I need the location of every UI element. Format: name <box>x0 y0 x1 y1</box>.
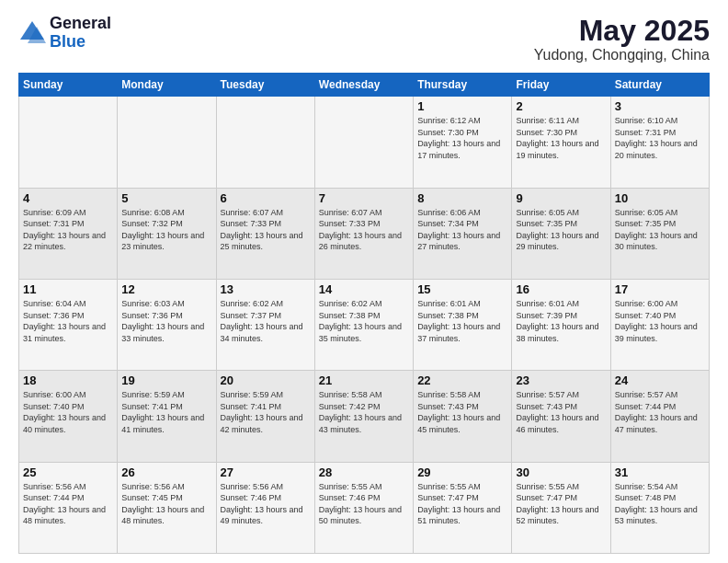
day-info: Sunrise: 5:55 AM Sunset: 7:47 PM Dayligh… <box>516 481 606 527</box>
calendar-cell: 20Sunrise: 5:59 AM Sunset: 7:41 PM Dayli… <box>216 371 314 462</box>
calendar-cell: 21Sunrise: 5:58 AM Sunset: 7:42 PM Dayli… <box>314 371 413 462</box>
day-info: Sunrise: 6:02 AM Sunset: 7:37 PM Dayligh… <box>221 298 311 344</box>
calendar-cell: 30Sunrise: 5:55 AM Sunset: 7:47 PM Dayli… <box>512 462 610 553</box>
calendar-cell: 13Sunrise: 6:02 AM Sunset: 7:37 PM Dayli… <box>216 279 314 370</box>
calendar-cell: 28Sunrise: 5:55 AM Sunset: 7:46 PM Dayli… <box>314 462 413 553</box>
calendar-cell: 9Sunrise: 6:05 AM Sunset: 7:35 PM Daylig… <box>512 188 610 279</box>
day-info: Sunrise: 6:12 AM Sunset: 7:30 PM Dayligh… <box>417 115 507 161</box>
calendar-cell: 22Sunrise: 5:58 AM Sunset: 7:43 PM Dayli… <box>414 371 512 462</box>
day-info: Sunrise: 5:59 AM Sunset: 7:41 PM Dayligh… <box>121 389 211 435</box>
calendar-cell: 7Sunrise: 6:07 AM Sunset: 7:33 PM Daylig… <box>314 188 413 279</box>
calendar-cell: 31Sunrise: 5:54 AM Sunset: 7:48 PM Dayli… <box>610 462 709 553</box>
day-info: Sunrise: 6:10 AM Sunset: 7:31 PM Dayligh… <box>615 115 705 161</box>
day-number: 19 <box>121 373 211 387</box>
logo-blue: Blue <box>50 33 111 52</box>
day-number: 17 <box>615 282 705 296</box>
page: General Blue May 2025 Yudong, Chongqing,… <box>0 0 728 563</box>
day-info: Sunrise: 5:58 AM Sunset: 7:42 PM Dayligh… <box>319 389 409 435</box>
calendar-cell: 14Sunrise: 6:02 AM Sunset: 7:38 PM Dayli… <box>314 279 413 370</box>
calendar-cell <box>19 97 118 188</box>
day-number: 11 <box>23 282 113 296</box>
day-info: Sunrise: 6:00 AM Sunset: 7:40 PM Dayligh… <box>615 298 705 344</box>
calendar-cell: 26Sunrise: 5:56 AM Sunset: 7:45 PM Dayli… <box>118 462 216 553</box>
weekday-header-saturday: Saturday <box>610 74 709 97</box>
calendar-cell: 19Sunrise: 5:59 AM Sunset: 7:41 PM Dayli… <box>118 371 216 462</box>
calendar-cell: 3Sunrise: 6:10 AM Sunset: 7:31 PM Daylig… <box>610 97 709 188</box>
day-info: Sunrise: 5:56 AM Sunset: 7:44 PM Dayligh… <box>23 481 113 527</box>
day-info: Sunrise: 5:59 AM Sunset: 7:41 PM Dayligh… <box>221 389 311 435</box>
day-info: Sunrise: 5:55 AM Sunset: 7:46 PM Dayligh… <box>319 481 409 527</box>
week-row-2: 4Sunrise: 6:09 AM Sunset: 7:31 PM Daylig… <box>19 188 710 279</box>
day-info: Sunrise: 6:09 AM Sunset: 7:31 PM Dayligh… <box>23 207 113 253</box>
calendar-cell: 15Sunrise: 6:01 AM Sunset: 7:38 PM Dayli… <box>414 279 512 370</box>
day-number: 23 <box>516 373 606 387</box>
day-number: 1 <box>417 99 507 113</box>
calendar-cell: 16Sunrise: 6:01 AM Sunset: 7:39 PM Dayli… <box>512 279 610 370</box>
day-number: 10 <box>615 191 705 205</box>
day-info: Sunrise: 6:00 AM Sunset: 7:40 PM Dayligh… <box>23 389 113 435</box>
calendar-cell: 5Sunrise: 6:08 AM Sunset: 7:32 PM Daylig… <box>118 188 216 279</box>
day-number: 24 <box>615 373 705 387</box>
day-number: 9 <box>516 191 606 205</box>
calendar-cell: 4Sunrise: 6:09 AM Sunset: 7:31 PM Daylig… <box>19 188 118 279</box>
day-number: 4 <box>23 191 113 205</box>
day-info: Sunrise: 6:05 AM Sunset: 7:35 PM Dayligh… <box>516 207 606 253</box>
day-info: Sunrise: 6:04 AM Sunset: 7:36 PM Dayligh… <box>23 298 113 344</box>
day-number: 29 <box>417 465 507 479</box>
calendar-cell: 1Sunrise: 6:12 AM Sunset: 7:30 PM Daylig… <box>414 97 512 188</box>
day-info: Sunrise: 6:05 AM Sunset: 7:35 PM Dayligh… <box>615 207 705 253</box>
day-number: 3 <box>615 99 705 113</box>
calendar-cell: 23Sunrise: 5:57 AM Sunset: 7:43 PM Dayli… <box>512 371 610 462</box>
day-info: Sunrise: 6:03 AM Sunset: 7:36 PM Dayligh… <box>121 298 211 344</box>
day-info: Sunrise: 6:06 AM Sunset: 7:34 PM Dayligh… <box>417 207 507 253</box>
day-number: 31 <box>615 465 705 479</box>
calendar-cell: 11Sunrise: 6:04 AM Sunset: 7:36 PM Dayli… <box>19 279 118 370</box>
weekday-header-row: SundayMondayTuesdayWednesdayThursdayFrid… <box>19 74 710 97</box>
calendar-cell: 10Sunrise: 6:05 AM Sunset: 7:35 PM Dayli… <box>610 188 709 279</box>
calendar-cell: 27Sunrise: 5:56 AM Sunset: 7:46 PM Dayli… <box>216 462 314 553</box>
day-number: 26 <box>121 465 211 479</box>
calendar-cell <box>314 97 413 188</box>
calendar-cell: 2Sunrise: 6:11 AM Sunset: 7:30 PM Daylig… <box>512 97 610 188</box>
location: Yudong, Chongqing, China <box>534 47 710 63</box>
day-number: 8 <box>417 191 507 205</box>
day-info: Sunrise: 6:08 AM Sunset: 7:32 PM Dayligh… <box>121 207 211 253</box>
day-info: Sunrise: 6:01 AM Sunset: 7:38 PM Dayligh… <box>417 298 507 344</box>
day-number: 12 <box>121 282 211 296</box>
day-info: Sunrise: 6:07 AM Sunset: 7:33 PM Dayligh… <box>319 207 409 253</box>
logo: General Blue <box>18 15 111 52</box>
day-info: Sunrise: 6:07 AM Sunset: 7:33 PM Dayligh… <box>221 207 311 253</box>
day-number: 25 <box>23 465 113 479</box>
week-row-3: 11Sunrise: 6:04 AM Sunset: 7:36 PM Dayli… <box>19 279 710 370</box>
weekday-header-sunday: Sunday <box>19 74 118 97</box>
day-info: Sunrise: 5:54 AM Sunset: 7:48 PM Dayligh… <box>615 481 705 527</box>
week-row-5: 25Sunrise: 5:56 AM Sunset: 7:44 PM Dayli… <box>19 462 710 553</box>
day-info: Sunrise: 5:56 AM Sunset: 7:46 PM Dayligh… <box>221 481 311 527</box>
calendar-cell: 17Sunrise: 6:00 AM Sunset: 7:40 PM Dayli… <box>610 279 709 370</box>
day-number: 14 <box>319 282 409 296</box>
day-number: 18 <box>23 373 113 387</box>
calendar-cell <box>216 97 314 188</box>
day-number: 15 <box>417 282 507 296</box>
weekday-header-wednesday: Wednesday <box>314 74 413 97</box>
day-info: Sunrise: 6:01 AM Sunset: 7:39 PM Dayligh… <box>516 298 606 344</box>
title-area: May 2025 Yudong, Chongqing, China <box>534 15 710 63</box>
calendar-cell: 25Sunrise: 5:56 AM Sunset: 7:44 PM Dayli… <box>19 462 118 553</box>
calendar-cell <box>118 97 216 188</box>
calendar-cell: 6Sunrise: 6:07 AM Sunset: 7:33 PM Daylig… <box>216 188 314 279</box>
weekday-header-monday: Monday <box>118 74 216 97</box>
logo-icon <box>18 19 46 47</box>
day-number: 6 <box>221 191 311 205</box>
calendar-cell: 12Sunrise: 6:03 AM Sunset: 7:36 PM Dayli… <box>118 279 216 370</box>
day-number: 16 <box>516 282 606 296</box>
day-info: Sunrise: 6:11 AM Sunset: 7:30 PM Dayligh… <box>516 115 606 161</box>
day-number: 13 <box>221 282 311 296</box>
header: General Blue May 2025 Yudong, Chongqing,… <box>18 15 710 63</box>
day-info: Sunrise: 5:58 AM Sunset: 7:43 PM Dayligh… <box>417 389 507 435</box>
calendar-cell: 8Sunrise: 6:06 AM Sunset: 7:34 PM Daylig… <box>414 188 512 279</box>
day-info: Sunrise: 5:56 AM Sunset: 7:45 PM Dayligh… <box>121 481 211 527</box>
day-number: 2 <box>516 99 606 113</box>
logo-general: General <box>50 15 111 33</box>
weekday-header-thursday: Thursday <box>414 74 512 97</box>
day-number: 5 <box>121 191 211 205</box>
